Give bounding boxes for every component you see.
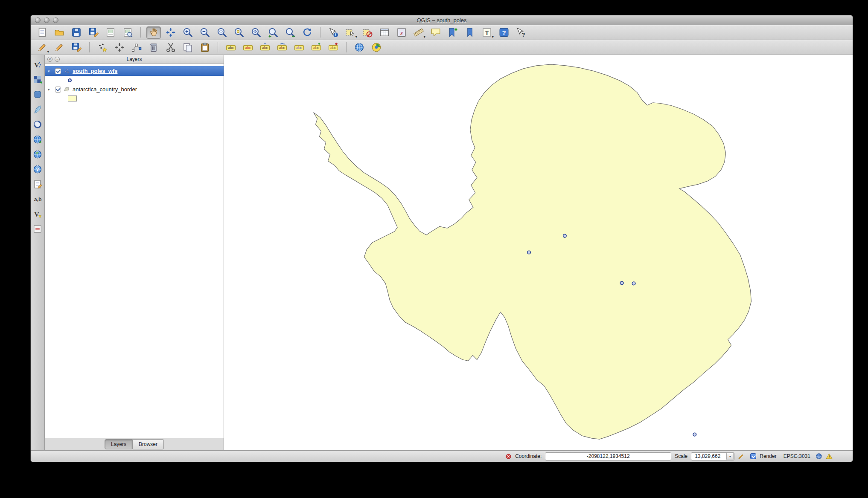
- layers-panel-title: Layers: [126, 56, 142, 62]
- close-window-button[interactable]: [35, 17, 41, 23]
- rotate-label-button[interactable]: abc: [275, 41, 289, 54]
- move-label-button[interactable]: abc: [258, 41, 272, 54]
- messages-warning-icon[interactable]: [826, 453, 833, 460]
- map-tips-button[interactable]: [428, 26, 443, 39]
- label-settings-button[interactable]: abc: [241, 41, 255, 54]
- new-shapefile-layer-button[interactable]: [32, 179, 44, 190]
- zoom-next-button[interactable]: [283, 26, 297, 39]
- dropdown-arrow-icon[interactable]: ▾: [492, 35, 494, 39]
- cut-features-button[interactable]: [163, 41, 178, 54]
- close-panel-icon[interactable]: [47, 57, 52, 62]
- add-postgis-layer-button[interactable]: [32, 89, 44, 100]
- minimize-window-button[interactable]: [44, 17, 50, 23]
- toggle-editing-button[interactable]: [52, 41, 67, 54]
- new-print-composer-button[interactable]: [103, 26, 118, 39]
- tab-browser[interactable]: Browser: [133, 439, 164, 449]
- field-calculator-button[interactable]: ε: [394, 26, 409, 39]
- svg-text:T: T: [485, 29, 489, 36]
- scale-input[interactable]: 13,829,662: [691, 452, 734, 460]
- antarctica-border-polygon: [314, 64, 751, 439]
- zoom-last-button[interactable]: [266, 26, 280, 39]
- select-features-button[interactable]: ▾: [343, 26, 358, 39]
- open-attribute-table-button[interactable]: [377, 26, 392, 39]
- new-print-composer-icon: [105, 27, 116, 38]
- pan-to-selection-button[interactable]: [163, 26, 178, 39]
- deselect-features-button[interactable]: [360, 26, 375, 39]
- change-label-button[interactable]: abc: [292, 41, 306, 54]
- zoom-in-button[interactable]: [181, 26, 195, 39]
- label-properties-button[interactable]: abc: [309, 41, 323, 54]
- save-edits-button[interactable]: [69, 41, 84, 54]
- move-feature-button[interactable]: [112, 41, 127, 54]
- web-plugin-button[interactable]: [352, 41, 367, 54]
- save-project-button[interactable]: [69, 26, 84, 39]
- measure-button[interactable]: ▾: [411, 26, 426, 39]
- redraw-icon[interactable]: [738, 453, 744, 460]
- stop-render-icon[interactable]: [505, 453, 512, 460]
- zoom-window-button[interactable]: [53, 17, 58, 23]
- new-project-button[interactable]: [35, 26, 50, 39]
- new-spatialite-layer-button[interactable]: V: [32, 208, 44, 220]
- identify-features-button[interactable]: i: [326, 26, 341, 39]
- help-icon: ?: [499, 27, 509, 38]
- save-project-as-button[interactable]: [86, 26, 101, 39]
- pin-labels-button[interactable]: abc: [326, 41, 341, 54]
- dropdown-arrow-icon[interactable]: ▾: [355, 35, 357, 39]
- float-panel-icon[interactable]: [55, 57, 60, 62]
- layer-row-antarctica-country-border[interactable]: antarctica_country_border: [45, 84, 224, 94]
- node-tool-button[interactable]: [129, 41, 144, 54]
- remove-layer-button[interactable]: [32, 223, 44, 235]
- dropdown-arrow-icon[interactable]: ▾: [47, 50, 49, 54]
- add-wfs-layer-button[interactable]: V: [32, 164, 44, 175]
- layer-visibility-checkbox[interactable]: [55, 68, 61, 74]
- crs-status-icon[interactable]: [816, 453, 822, 460]
- map-canvas[interactable]: [224, 55, 853, 450]
- layer-visibility-checkbox[interactable]: [55, 87, 61, 93]
- layer-row-south-poles-wfs[interactable]: south_poles_wfs: [45, 66, 224, 76]
- toolbar-separator: [89, 42, 90, 52]
- delete-selected-button[interactable]: [146, 41, 161, 54]
- refresh-map-button[interactable]: [300, 26, 315, 39]
- current-edits-button[interactable]: ▾: [35, 41, 50, 54]
- qgis-plugin-button[interactable]: [369, 41, 384, 54]
- add-feature-button[interactable]: [95, 41, 110, 54]
- pan-map-button[interactable]: [146, 26, 161, 39]
- text-annotation-button[interactable]: T▾: [480, 26, 494, 39]
- scale-dropdown-icon[interactable]: [726, 453, 734, 460]
- svg-text:abc: abc: [296, 46, 302, 50]
- paste-features-icon: [200, 42, 210, 52]
- zoom-full-extent-button[interactable]: [215, 26, 229, 39]
- composer-manager-button[interactable]: [120, 26, 135, 39]
- new-bookmark-button[interactable]: [446, 26, 460, 39]
- change-label-icon: abc: [294, 42, 304, 52]
- expand-triangle-icon[interactable]: [48, 69, 52, 73]
- toolbar-separator: [320, 27, 320, 38]
- expand-triangle-icon[interactable]: [48, 87, 52, 92]
- add-wms-layer-button[interactable]: [32, 134, 44, 145]
- dropdown-arrow-icon[interactable]: ▾: [423, 35, 425, 39]
- titlebar[interactable]: QGIS – south_poles: [31, 15, 853, 25]
- whats-this-button[interactable]: ?: [514, 26, 528, 39]
- coordinate-input[interactable]: -2098122,1934512: [545, 452, 671, 460]
- paste-features-button[interactable]: [198, 41, 212, 54]
- add-wcs-layer-button[interactable]: [32, 149, 44, 160]
- open-project-button[interactable]: [52, 26, 67, 39]
- add-spatialite-layer-button[interactable]: [32, 104, 44, 115]
- svg-text:ε: ε: [400, 29, 403, 36]
- render-label: Render: [760, 453, 776, 459]
- labeling-button[interactable]: abc: [224, 41, 238, 54]
- help-button[interactable]: ?: [497, 26, 511, 39]
- zoom-to-layer-button[interactable]: [249, 26, 263, 39]
- add-oracle-layer-button[interactable]: [32, 119, 44, 130]
- zoom-to-selection-button[interactable]: [232, 26, 246, 39]
- render-checkbox[interactable]: [750, 453, 756, 459]
- add-vector-layer-icon: V: [33, 60, 42, 69]
- add-raster-layer-button[interactable]: +: [32, 74, 44, 85]
- add-vector-layer-button[interactable]: V: [32, 59, 44, 70]
- tab-layers[interactable]: Layers: [105, 439, 133, 449]
- copy-features-button[interactable]: [181, 41, 195, 54]
- show-bookmarks-button[interactable]: [463, 26, 477, 39]
- add-delimited-text-button[interactable]: a,b: [32, 194, 44, 205]
- zoom-out-button[interactable]: [198, 26, 212, 39]
- panel-header-buttons: [47, 57, 60, 62]
